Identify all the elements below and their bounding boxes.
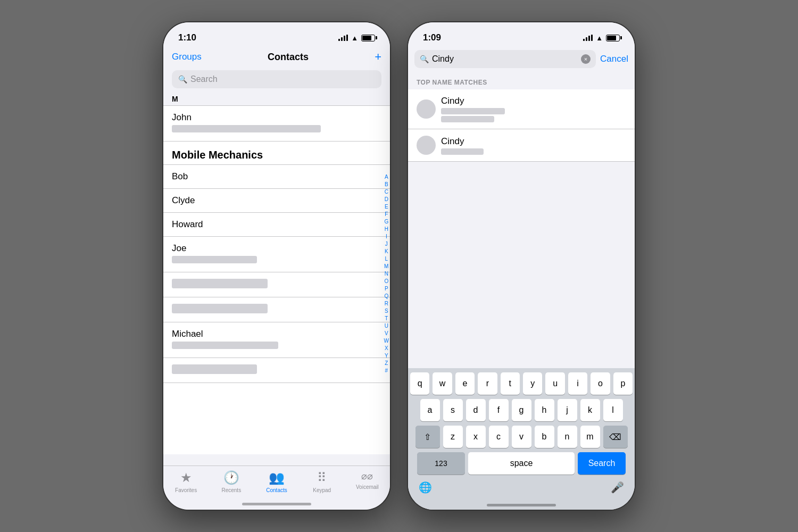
contact-blurred-3[interactable] bbox=[163, 358, 390, 383]
keyboard-row-3: ⇧ z x c v b n m ⌫ bbox=[410, 426, 633, 448]
alpha-index[interactable]: A B C D E F G H I J K L M N O P Q R S T bbox=[384, 173, 389, 374]
mic-icon[interactable]: 🎤 bbox=[611, 481, 624, 494]
tab-label-voicemail: Voicemail bbox=[356, 484, 379, 490]
tab-label-favorites: Favorites bbox=[175, 487, 197, 493]
contact-name-michael: Michael bbox=[172, 329, 278, 339]
contacts-list[interactable]: M John Mobile Mechanics Bob Clyde Howard bbox=[163, 93, 390, 454]
wifi-icon-2: ▲ bbox=[596, 34, 603, 42]
status-bar-1: 1:10 ▲ bbox=[163, 22, 390, 46]
phones-container: 1:10 ▲ Groups Contacts + 🔍 bbox=[162, 21, 636, 511]
key-o[interactable]: o bbox=[591, 372, 610, 395]
key-d[interactable]: d bbox=[466, 399, 486, 421]
key-r[interactable]: r bbox=[478, 372, 497, 395]
search-key[interactable]: Search bbox=[578, 452, 626, 475]
globe-icon[interactable]: 🌐 bbox=[419, 481, 432, 494]
key-j[interactable]: j bbox=[558, 399, 577, 421]
search-clear-button[interactable]: × bbox=[581, 54, 591, 64]
contact-blurred-1[interactable] bbox=[163, 272, 390, 297]
contact-john[interactable]: John bbox=[163, 106, 390, 142]
result-name-1: Cindy bbox=[441, 96, 505, 106]
status-icons-2: ▲ bbox=[583, 34, 620, 42]
tab-voicemail[interactable]: ⌀⌀ Voicemail bbox=[345, 470, 390, 490]
key-q[interactable]: q bbox=[410, 372, 429, 395]
search-input[interactable]: Cindy bbox=[432, 54, 578, 64]
contact-subtitle bbox=[172, 125, 321, 132]
keyboard-row-2: a s d f g h j k l bbox=[410, 399, 633, 421]
battery-icon-1 bbox=[361, 35, 375, 41]
time-1: 1:10 bbox=[178, 32, 196, 43]
search-result-2[interactable]: Cindy bbox=[408, 129, 635, 162]
groups-button[interactable]: Groups bbox=[172, 52, 202, 62]
key-h[interactable]: h bbox=[535, 399, 554, 421]
contact-blurred-2[interactable] bbox=[163, 297, 390, 322]
contacts-icon: 👥 bbox=[269, 470, 285, 485]
search-active-bar[interactable]: 🔍 Cindy × Cancel bbox=[408, 46, 635, 72]
favorites-icon: ★ bbox=[180, 470, 192, 485]
contact-name-clyde: Clyde bbox=[172, 195, 195, 206]
key-v[interactable]: v bbox=[512, 426, 531, 448]
key-l[interactable]: l bbox=[603, 399, 623, 421]
key-a[interactable]: a bbox=[420, 399, 440, 421]
tab-favorites[interactable]: ★ Favorites bbox=[163, 470, 209, 493]
contact-name-joe: Joe bbox=[172, 243, 257, 254]
contact-name-howard: Howard bbox=[172, 219, 203, 230]
group-mobile-mechanics: Mobile Mechanics bbox=[163, 142, 390, 165]
signal-icon-2 bbox=[583, 35, 593, 41]
key-u[interactable]: u bbox=[545, 372, 564, 395]
key-k[interactable]: k bbox=[580, 399, 600, 421]
status-icons-1: ▲ bbox=[338, 34, 375, 42]
key-y[interactable]: y bbox=[523, 372, 542, 395]
voicemail-icon: ⌀⌀ bbox=[361, 470, 373, 482]
key-x[interactable]: x bbox=[466, 426, 486, 448]
recents-icon: 🕐 bbox=[223, 470, 239, 485]
contact-joe[interactable]: Joe bbox=[163, 237, 390, 272]
tab-recents[interactable]: 🕐 Recents bbox=[209, 470, 254, 493]
add-contact-button[interactable]: + bbox=[375, 50, 381, 64]
contact-clyde[interactable]: Clyde bbox=[163, 189, 390, 213]
key-m[interactable]: m bbox=[580, 426, 600, 448]
signal-icon-1 bbox=[338, 35, 348, 41]
key-i[interactable]: i bbox=[568, 372, 587, 395]
search-placeholder: Search bbox=[190, 74, 218, 84]
key-s[interactable]: s bbox=[443, 399, 463, 421]
key-t[interactable]: t bbox=[501, 372, 520, 395]
cancel-button[interactable]: Cancel bbox=[600, 54, 628, 64]
result-avatar-1 bbox=[417, 99, 436, 119]
tab-contacts[interactable]: 👥 Contacts bbox=[254, 470, 299, 493]
contacts-title: Contacts bbox=[268, 52, 309, 63]
key-n[interactable]: n bbox=[558, 426, 577, 448]
key-p[interactable]: p bbox=[613, 372, 633, 395]
contact-bob[interactable]: Bob bbox=[163, 165, 390, 189]
contact-subtitle-michael bbox=[172, 342, 278, 349]
key-b[interactable]: b bbox=[535, 426, 554, 448]
contacts-search-bar[interactable]: 🔍 Search bbox=[172, 70, 381, 88]
numbers-key[interactable]: 123 bbox=[417, 452, 465, 475]
home-indicator-1 bbox=[242, 503, 311, 505]
contact-howard[interactable]: Howard bbox=[163, 213, 390, 237]
key-c[interactable]: c bbox=[489, 426, 509, 448]
search-input-box[interactable]: 🔍 Cindy × bbox=[414, 50, 596, 68]
result-name-2: Cindy bbox=[441, 136, 484, 147]
key-z[interactable]: z bbox=[443, 426, 463, 448]
result-subtitle-2 bbox=[441, 148, 484, 155]
tab-keypad[interactable]: ⠿ Keypad bbox=[300, 470, 345, 493]
time-2: 1:09 bbox=[423, 32, 441, 43]
search-result-1[interactable]: Cindy bbox=[408, 89, 635, 129]
shift-key[interactable]: ⇧ bbox=[415, 426, 440, 448]
home-indicator-2 bbox=[487, 504, 556, 506]
status-bar-2: 1:09 ▲ bbox=[408, 22, 635, 46]
keyboard[interactable]: q w e r t y u i o p a s d f g h j k bbox=[408, 368, 635, 510]
search-mag-icon: 🔍 bbox=[420, 55, 429, 63]
contact-michael[interactable]: Michael bbox=[163, 322, 390, 358]
contact-blurred-name-3 bbox=[172, 364, 257, 374]
key-w[interactable]: w bbox=[433, 372, 452, 395]
key-g[interactable]: g bbox=[512, 399, 531, 421]
contacts-header: Groups Contacts + bbox=[163, 46, 390, 68]
key-f[interactable]: f bbox=[489, 399, 509, 421]
contact-blurred-name-1 bbox=[172, 279, 268, 288]
top-matches-header: TOP NAME MATCHES bbox=[408, 72, 635, 89]
result-subtitle-1b bbox=[441, 116, 494, 122]
key-e[interactable]: e bbox=[455, 372, 475, 395]
backspace-key[interactable]: ⌫ bbox=[603, 426, 628, 448]
space-key[interactable]: space bbox=[468, 452, 575, 475]
